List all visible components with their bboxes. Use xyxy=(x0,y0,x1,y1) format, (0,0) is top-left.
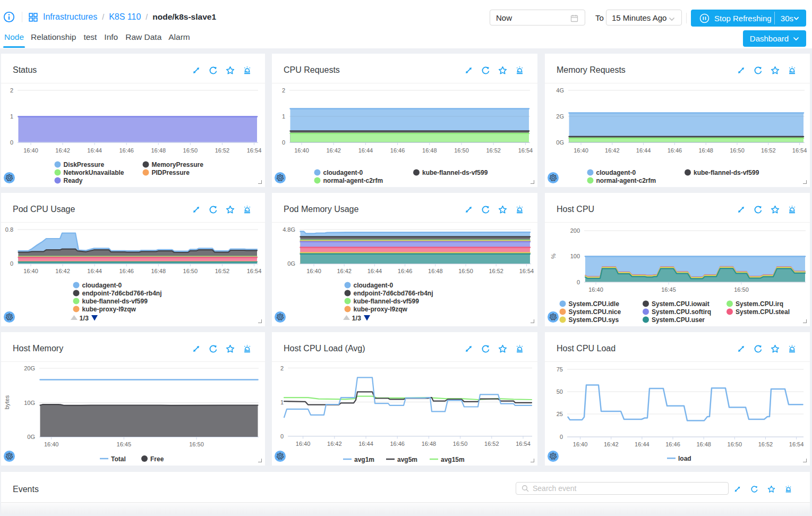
svg-text:16:54: 16:54 xyxy=(792,147,807,154)
svg-text:16:48: 16:48 xyxy=(422,441,437,447)
svg-text:0G: 0G xyxy=(287,260,295,267)
svg-text:16:50: 16:50 xyxy=(734,286,749,293)
svg-text:16:52: 16:52 xyxy=(215,147,230,154)
svg-text:System.CPU.sys: System.CPU.sys xyxy=(569,316,619,324)
svg-text:normal-agent-c2rfm: normal-agent-c2rfm xyxy=(596,177,656,184)
svg-text:16:42: 16:42 xyxy=(337,268,352,274)
svg-text:kube-flannel-ds-vf599: kube-flannel-ds-vf599 xyxy=(694,169,759,176)
svg-text:16:44: 16:44 xyxy=(358,147,373,154)
svg-text:0.8: 0.8 xyxy=(5,226,13,233)
svg-text:16:42: 16:42 xyxy=(55,268,70,274)
svg-text:cloudagent-0: cloudagent-0 xyxy=(596,169,636,176)
svg-text:endpoint-7d6cbd766-rb4nj: endpoint-7d6cbd766-rb4nj xyxy=(82,290,162,297)
svg-text:cloudagent-0: cloudagent-0 xyxy=(323,169,363,176)
svg-text:avg1m: avg1m xyxy=(354,456,374,463)
svg-text:16:42: 16:42 xyxy=(327,441,342,447)
svg-text:16:50: 16:50 xyxy=(189,441,204,447)
svg-text:16:48: 16:48 xyxy=(428,268,443,274)
svg-text:16:45: 16:45 xyxy=(117,441,132,447)
svg-text:16:54: 16:54 xyxy=(247,147,262,154)
svg-text:200: 200 xyxy=(570,227,580,234)
svg-text:16:50: 16:50 xyxy=(453,441,468,447)
svg-text:16:54: 16:54 xyxy=(247,268,262,274)
svg-text:System.CPU.user: System.CPU.user xyxy=(652,316,705,324)
svg-text:System.CPU.irq: System.CPU.irq xyxy=(736,300,783,308)
svg-text:16:48: 16:48 xyxy=(151,147,166,154)
svg-text:16:42: 16:42 xyxy=(326,147,341,154)
svg-text:16:40: 16:40 xyxy=(588,286,603,293)
svg-text:16:40: 16:40 xyxy=(23,268,38,274)
svg-text:10G: 10G xyxy=(24,400,35,406)
svg-text:16:44: 16:44 xyxy=(635,441,649,447)
svg-text:1: 1 xyxy=(282,113,285,120)
svg-text:0: 0 xyxy=(282,139,285,146)
svg-text:16:50: 16:50 xyxy=(183,147,198,154)
svg-text:16:46: 16:46 xyxy=(668,147,682,154)
svg-text:System.CPU.iowait: System.CPU.iowait xyxy=(652,300,710,308)
svg-text:avg15m: avg15m xyxy=(441,456,465,463)
svg-text:2: 2 xyxy=(280,365,284,371)
svg-text:16:50: 16:50 xyxy=(458,268,473,274)
svg-text:1/3: 1/3 xyxy=(80,315,89,322)
svg-text:16:52: 16:52 xyxy=(215,268,230,274)
svg-text:0: 0 xyxy=(280,433,284,439)
svg-text:16:44: 16:44 xyxy=(87,147,102,154)
svg-text:0: 0 xyxy=(10,139,13,146)
svg-text:16:52: 16:52 xyxy=(758,441,773,447)
svg-text:16:54: 16:54 xyxy=(516,441,531,447)
svg-text:2: 2 xyxy=(10,87,13,94)
svg-text:16:40: 16:40 xyxy=(296,441,311,447)
svg-text:load: load xyxy=(678,455,691,462)
svg-text:normal-agent-c2rfm: normal-agent-c2rfm xyxy=(323,177,383,184)
svg-text:System.CPU.steal: System.CPU.steal xyxy=(736,308,790,316)
svg-text:0G: 0G xyxy=(556,139,564,146)
svg-text:16:48: 16:48 xyxy=(698,147,713,154)
svg-text:16:50: 16:50 xyxy=(183,268,198,274)
svg-text:%: % xyxy=(550,253,557,259)
svg-text:16:46: 16:46 xyxy=(119,147,134,154)
svg-text:16:50: 16:50 xyxy=(728,441,742,447)
svg-text:16:46: 16:46 xyxy=(398,268,413,274)
svg-text:System.CPU.nice: System.CPU.nice xyxy=(569,308,621,316)
svg-text:PIDPressure: PIDPressure xyxy=(152,169,190,176)
svg-text:Ready: Ready xyxy=(64,177,83,184)
svg-text:1: 1 xyxy=(280,399,284,405)
svg-text:16:40: 16:40 xyxy=(574,147,588,154)
svg-text:16:40: 16:40 xyxy=(573,441,588,447)
svg-text:DiskPressure: DiskPressure xyxy=(64,161,105,168)
svg-text:avg5m: avg5m xyxy=(397,456,417,463)
svg-text:NetworkUnavailable: NetworkUnavailable xyxy=(64,169,124,176)
svg-text:4.8G: 4.8G xyxy=(283,226,295,233)
svg-text:bytes: bytes xyxy=(4,395,10,409)
svg-text:20G: 20G xyxy=(24,365,35,371)
svg-text:System.CPU.idle: System.CPU.idle xyxy=(569,300,620,308)
svg-text:16:44: 16:44 xyxy=(87,268,102,274)
svg-text:cloudagent-0: cloudagent-0 xyxy=(354,282,394,289)
svg-text:endpoint-7d6cbd766-rb4nj: endpoint-7d6cbd766-rb4nj xyxy=(354,290,433,297)
svg-text:Free: Free xyxy=(150,455,164,463)
svg-text:16:52: 16:52 xyxy=(761,147,776,154)
svg-text:16:40: 16:40 xyxy=(306,268,321,274)
svg-text:16:52: 16:52 xyxy=(486,147,501,154)
svg-text:75: 75 xyxy=(557,366,563,373)
svg-text:16:46: 16:46 xyxy=(390,147,405,154)
svg-text:16:44: 16:44 xyxy=(358,441,373,447)
svg-text:16:48: 16:48 xyxy=(696,441,711,447)
svg-text:16:44: 16:44 xyxy=(636,147,651,154)
svg-text:System.CPU.softirq: System.CPU.softirq xyxy=(652,308,711,316)
svg-text:16:44: 16:44 xyxy=(367,268,382,274)
svg-text:16:42: 16:42 xyxy=(55,147,70,154)
svg-text:4G: 4G xyxy=(556,87,564,94)
svg-text:2G: 2G xyxy=(556,113,564,120)
svg-text:MemoryPressure: MemoryPressure xyxy=(152,161,204,168)
svg-text:16:52: 16:52 xyxy=(489,268,503,274)
svg-text:16:46: 16:46 xyxy=(390,441,405,447)
svg-text:50: 50 xyxy=(557,388,563,395)
svg-text:100: 100 xyxy=(570,253,580,259)
svg-text:16:40: 16:40 xyxy=(44,441,59,447)
svg-text:16:40: 16:40 xyxy=(23,147,38,154)
svg-text:0G: 0G xyxy=(27,434,35,440)
svg-text:2: 2 xyxy=(282,87,285,94)
svg-text:16:48: 16:48 xyxy=(422,147,437,154)
svg-text:0: 0 xyxy=(10,260,13,267)
